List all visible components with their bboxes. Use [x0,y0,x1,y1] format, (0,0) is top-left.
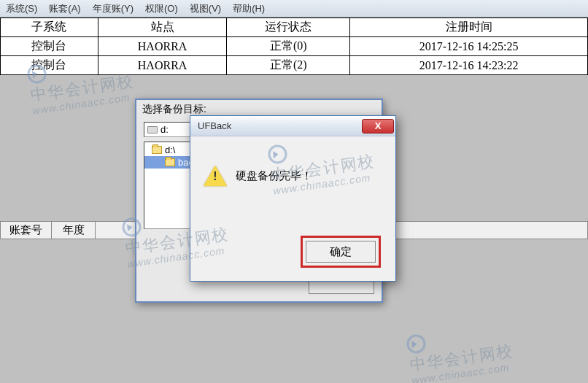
cell-status: 正常(2) [227,56,350,75]
warning-icon [204,166,227,186]
close-button[interactable]: X [362,119,394,134]
ufback-dialog: UFBack X 硬盘备份完毕！ 确定 [190,115,396,282]
cell-site: HAORRA [98,37,227,56]
menu-system[interactable]: 系统(S) [6,2,37,15]
menu-permission[interactable]: 权限(O) [145,2,178,15]
cell-site: HAORRA [98,56,227,75]
menu-view[interactable]: 视图(V) [190,2,221,15]
table-row[interactable]: 控制台 HAORRA 正常(0) 2017-12-16 14:25:25 [1,37,588,56]
ok-highlight: 确定 [301,236,381,268]
col-site: 站点 [98,18,227,37]
ufback-titlebar[interactable]: UFBack X [190,116,395,136]
menu-year[interactable]: 年度账(Y) [93,2,134,15]
cell-regtime: 2017-12-16 14:25:25 [350,37,588,56]
folder-open-icon [152,146,162,154]
menu-bar: 系统(S) 账套(A) 年度账(Y) 权限(O) 视图(V) 帮助(H) [0,0,588,18]
col-status: 运行状态 [227,18,350,37]
col-account-no: 账套号 [1,222,52,239]
cell-subsystem: 控制台 [1,37,98,56]
col-year: 年度 [52,222,96,239]
menu-account[interactable]: 账套(A) [49,2,80,15]
folder-open-icon [165,158,175,166]
drive-icon [147,126,158,134]
drive-label: d: [160,124,169,135]
menu-help[interactable]: 帮助(H) [233,2,265,15]
col-subsystem: 子系统 [1,18,98,37]
cell-subsystem: 控制台 [1,56,98,75]
cell-regtime: 2017-12-16 14:23:22 [350,56,588,75]
table-header-row: 子系统 站点 运行状态 注册时间 [1,18,588,37]
ufback-title: UFBack [198,120,231,131]
cell-status: 正常(0) [227,37,350,56]
ok-button[interactable]: 确定 [306,241,376,263]
close-icon: X [375,120,382,131]
tree-root-label: d:\ [165,144,175,155]
status-table: 子系统 站点 运行状态 注册时间 控制台 HAORRA 正常(0) 2017-1… [0,18,588,75]
table-row[interactable]: 控制台 HAORRA 正常(2) 2017-12-16 14:23:22 [1,56,588,75]
ufback-body: 硬盘备份完毕！ [190,136,395,193]
col-regtime: 注册时间 [350,18,588,37]
ufback-message: 硬盘备份完毕！ [236,169,312,183]
